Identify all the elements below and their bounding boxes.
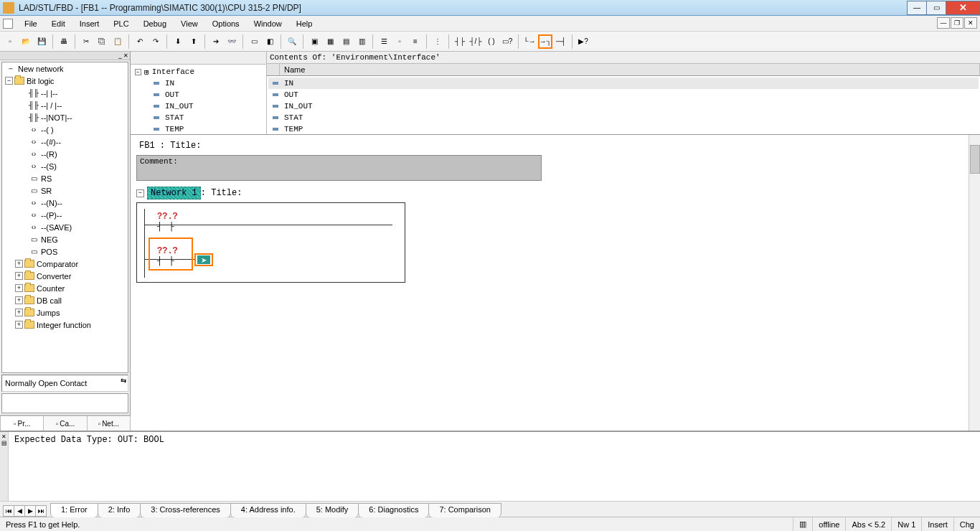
tree-folder-db-call[interactable]: + DB call	[2, 294, 128, 306]
interface-row-in_out[interactable]: IN_OUT	[268, 100, 979, 112]
pin-icon[interactable]: ⇆	[121, 377, 126, 385]
interface-row-stat[interactable]: STAT	[268, 112, 979, 123]
editor-scrollbar[interactable]	[969, 135, 980, 431]
undo-icon[interactable]: ↶	[133, 34, 147, 49]
ref-icon[interactable]: ⋮	[430, 34, 445, 49]
tree-bit-8[interactable]: ▭SR	[2, 184, 128, 197]
network-badge[interactable]: Network 1	[147, 187, 201, 199]
tab-first-button[interactable]: ⏮	[3, 505, 14, 517]
tree-bit-7[interactable]: ▭RS	[2, 172, 128, 184]
new-icon[interactable]: ▫	[3, 34, 17, 49]
interface-tree-temp[interactable]: TEMP	[132, 123, 265, 134]
tree-bit-11[interactable]: ‹›--(SAVE)	[2, 221, 128, 233]
tree-new-network[interactable]: ⎓New network	[2, 62, 128, 75]
menu-help[interactable]: Help	[289, 17, 320, 30]
network-header[interactable]: − Network 1 : Title:	[136, 187, 980, 199]
output-tab-5[interactable]: 6: Diagnostics	[358, 503, 429, 517]
interface-tree-in[interactable]: IN	[132, 77, 265, 89]
display-icon[interactable]: ▭	[247, 34, 261, 49]
pane-close-bar[interactable]: ⎯ ✕	[0, 52, 130, 60]
cascade-icon[interactable]: ▤	[339, 34, 353, 49]
paste-icon[interactable]: 📋	[110, 34, 125, 49]
connection-icon[interactable]: ─┤	[554, 34, 568, 49]
tree-bit-1[interactable]: ╢╟--| / |--	[2, 99, 128, 111]
tree-bit-13[interactable]: ▭POS	[2, 245, 128, 258]
menu-window[interactable]: Window	[247, 17, 289, 30]
grid-col-name[interactable]: Name	[280, 64, 980, 75]
menu-view[interactable]: View	[174, 17, 205, 30]
restore-button[interactable]: ▭	[926, 1, 946, 15]
tree-folder-comparator[interactable]: + Comparator	[2, 258, 128, 270]
menu-file[interactable]: File	[17, 17, 44, 30]
ladder-editor[interactable]: FB1 : Title: Comment: − Network 1 : Titl…	[131, 135, 980, 431]
network-collapse-icon[interactable]: −	[136, 189, 144, 197]
catalog-icon[interactable]: ☰	[377, 34, 391, 49]
tree-bit-0[interactable]: ╢╟--| |--	[2, 87, 128, 99]
interface-row-temp[interactable]: TEMP	[268, 123, 979, 135]
output-tab-3[interactable]: 4: Address info.	[230, 503, 306, 517]
catalog-tab-0[interactable]: ▫Pr...	[0, 415, 44, 431]
interface-tree-pane[interactable]: −⊞InterfaceINOUTIN_OUTSTATTEMP	[131, 52, 267, 134]
interface-tree-in_out[interactable]: IN_OUT	[132, 100, 265, 112]
output-pane-close[interactable]: ✕▤	[0, 432, 9, 501]
menu-edit[interactable]: Edit	[44, 17, 72, 30]
tree-bit-2[interactable]: ╢╟--|NOT|--	[2, 111, 128, 123]
contact-no-icon[interactable]: ┤├	[453, 34, 467, 49]
minimize-button[interactable]: —	[907, 1, 927, 15]
close-button[interactable]: ✕	[946, 1, 980, 15]
interface-row-in[interactable]: IN	[268, 77, 979, 89]
tree-folder-jumps[interactable]: + Jumps	[2, 306, 128, 319]
interface-tree-stat[interactable]: STAT	[132, 112, 265, 123]
goto-icon[interactable]: ➔	[209, 34, 223, 49]
block-icon[interactable]: ▫	[392, 34, 407, 49]
tree-bit-4[interactable]: ‹›--(#)--	[2, 136, 128, 148]
tree-bit-5[interactable]: ‹›--(R)	[2, 148, 128, 160]
interface-row-out[interactable]: OUT	[268, 89, 979, 100]
open-icon[interactable]: 📂	[19, 34, 33, 49]
tab-prev-button[interactable]: ◀	[14, 505, 25, 517]
output-tab-4[interactable]: 5: Modify	[306, 503, 359, 517]
contact-nc-icon[interactable]: ┤/├	[468, 34, 483, 49]
scrollbar-thumb[interactable]	[970, 145, 980, 174]
output-message-area[interactable]: Expected Data Type: OUT: BOOL	[9, 432, 980, 501]
output-tab-0[interactable]: 1: Error	[50, 503, 98, 517]
box-icon[interactable]: ▭?	[500, 34, 514, 49]
menu-options[interactable]: Options	[205, 17, 247, 30]
block-comment-box[interactable]: Comment:	[136, 155, 542, 181]
tree-bit-6[interactable]: ‹›--(S)	[2, 160, 128, 172]
coil-icon[interactable]: ( )	[484, 34, 499, 49]
help-icon[interactable]: ▶?	[576, 34, 590, 49]
network-icon[interactable]: ≡	[408, 34, 423, 49]
monitor-icon[interactable]: 👓	[225, 34, 239, 49]
menu-debug[interactable]: Debug	[136, 17, 174, 30]
output-tab-6[interactable]: 7: Comparison	[428, 503, 501, 517]
tab-last-button[interactable]: ⏭	[35, 505, 47, 517]
tree-bit-3[interactable]: ‹›--( )	[2, 123, 128, 136]
download-icon[interactable]: ⬇	[171, 34, 185, 49]
mdi-close-button[interactable]: ✕	[964, 17, 977, 29]
block-title[interactable]: FB1 : Title:	[139, 141, 980, 151]
contact-2[interactable]: ??.? ┤ ├	[157, 246, 178, 266]
print-icon[interactable]: 🖶	[57, 34, 71, 49]
upload-icon[interactable]: ⬆	[187, 34, 201, 49]
tree-folder-integer-function[interactable]: + Integer function	[2, 319, 128, 331]
tab-next-button[interactable]: ▶	[24, 505, 36, 517]
element-tree[interactable]: ⎓New network− Bit logic╢╟--| |--╢╟--| / …	[1, 62, 128, 373]
copy-icon[interactable]: ⿻	[95, 34, 109, 49]
branch-open-icon[interactable]: └→	[522, 34, 537, 49]
mdi-system-menu[interactable]	[3, 19, 13, 29]
contact-1[interactable]: ??.? ┤ ├	[157, 212, 178, 232]
branch-close-icon[interactable]: →┐	[538, 34, 552, 49]
tree-folder-counter[interactable]: + Counter	[2, 282, 128, 294]
menu-insert[interactable]: Insert	[72, 17, 107, 30]
tree-bit-9[interactable]: ‹›--(N)--	[2, 197, 128, 209]
tree-folder-converter[interactable]: + Converter	[2, 270, 128, 282]
catalog-tab-1[interactable]: ▫Ca...	[43, 415, 87, 431]
branch-close-cursor[interactable]: ➤	[194, 253, 213, 266]
save-icon[interactable]: 💾	[34, 34, 49, 49]
split-icon[interactable]: ▥	[354, 34, 369, 49]
mdi-restore-button[interactable]: ❐	[951, 17, 963, 29]
contact-1-address[interactable]: ??.?	[157, 212, 178, 222]
tree-bit-logic[interactable]: − Bit logic	[2, 75, 128, 87]
ladder-network[interactable]: ??.? ┤ ├ ??.? ┤ ├ ➤	[136, 202, 405, 283]
